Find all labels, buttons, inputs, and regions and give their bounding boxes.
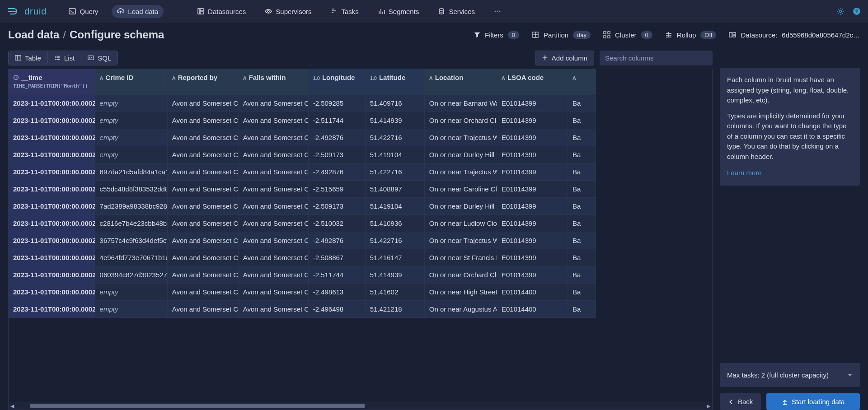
cell-loc: On or near Durley Hill <box>424 146 497 163</box>
add-column-label: Add column <box>552 54 587 62</box>
cell-lsoa: E01014399 <box>497 197 568 214</box>
cell-lsoa: E01014399 <box>497 180 568 197</box>
druid-logo-icon <box>7 6 21 16</box>
seg-sql[interactable]: SQL <box>81 51 118 65</box>
table-icon <box>15 55 21 61</box>
column-header-lat[interactable]: 1.0Latitude <box>365 69 424 94</box>
start-loading-button[interactable]: Start loading data <box>766 393 860 410</box>
logo[interactable]: druid <box>7 6 47 17</box>
cell-rep: Avon and Somerset Con <box>167 163 238 180</box>
cell-crime: 4e964fd773e70671b1dc <box>95 249 167 266</box>
scroll-thumb[interactable] <box>30 404 365 408</box>
help-panel: Each column in Druid must have an assign… <box>720 68 860 186</box>
cell-lon: -2.511744 <box>308 266 365 283</box>
cell-loc: On or near Ludlow Close <box>424 214 497 232</box>
cell-loc: On or near Orchard Clos <box>424 266 497 283</box>
seg-table[interactable]: Table <box>8 51 48 65</box>
table-row[interactable]: 2023-11-01T00:00:00.000Z7ad2389a98338bc9… <box>9 197 596 214</box>
column-header-lon[interactable]: 1.0Longitude <box>308 69 365 94</box>
cell-falls: Avon and Somerset Con <box>238 94 308 112</box>
column-header-falls[interactable]: AFalls within <box>238 69 308 94</box>
svg-rect-16 <box>608 36 610 38</box>
cell-extra: Ba <box>568 232 596 249</box>
svg-rect-20 <box>15 56 21 61</box>
nav-services[interactable]: Services <box>432 5 480 18</box>
cell-lon: -2.515659 <box>308 180 365 197</box>
chevron-down-icon <box>847 373 853 378</box>
cell-extra: Ba <box>568 129 596 146</box>
cell-lon: -2.496498 <box>308 300 365 317</box>
nav-segments[interactable]: Segments <box>372 5 425 18</box>
cell-loc: On or near Orchard Clos <box>424 112 497 129</box>
nav-load-data[interactable]: Load data <box>112 5 164 18</box>
nav-supervisors[interactable]: Supervisors <box>259 5 317 18</box>
add-column-button[interactable]: Add column <box>535 51 594 65</box>
column-header-extra[interactable]: A <box>568 69 596 94</box>
cell-lon: -2.508867 <box>308 249 365 266</box>
table-row[interactable]: 2023-11-01T00:00:00.000Zc55dc48d8f383532… <box>9 180 596 197</box>
back-label: Back <box>738 398 753 405</box>
table-row[interactable]: 2023-11-01T00:00:00.000ZemptyAvon and So… <box>9 283 596 300</box>
cell-time: 2023-11-01T00:00:00.000Z <box>9 300 95 317</box>
column-header-rep[interactable]: AReported by <box>167 69 238 94</box>
cell-extra: Ba <box>568 249 596 266</box>
learn-more-link[interactable]: Learn more <box>727 169 762 177</box>
filters-button[interactable]: Filters 0 <box>474 31 519 39</box>
table-row[interactable]: 2023-11-01T00:00:00.000ZemptyAvon and So… <box>9 112 596 129</box>
cell-lsoa: E01014399 <box>497 146 568 163</box>
datasource-label: Datasource: <box>741 31 777 39</box>
cell-loc: On or near Caroline Clos <box>424 180 497 197</box>
cell-extra: Ba <box>568 163 596 180</box>
cell-lsoa: E01014400 <box>497 300 568 317</box>
database-icon <box>438 8 445 15</box>
cell-lat: 51.422716 <box>365 129 424 146</box>
cell-rep: Avon and Somerset Con <box>167 300 238 317</box>
nav-tasks[interactable]: Tasks <box>325 5 364 18</box>
cell-crime: empty <box>95 94 167 112</box>
sql-icon <box>88 55 94 61</box>
svg-rect-1 <box>198 9 200 14</box>
help-icon[interactable]: ? <box>853 7 861 15</box>
cell-falls: Avon and Somerset Con <box>238 129 308 146</box>
horizontal-scrollbar[interactable]: ◀ ▶ <box>9 402 712 410</box>
seg-list[interactable]: List <box>47 51 81 65</box>
column-header-loc[interactable]: ALocation <box>424 69 497 94</box>
cluster-button[interactable]: Cluster 0 <box>603 31 652 39</box>
column-header-crime[interactable]: ACrime ID <box>95 69 167 94</box>
table-row[interactable]: 2023-11-01T00:00:00.000ZemptyAvon and So… <box>9 129 596 146</box>
table-row[interactable]: 2023-11-01T00:00:00.000ZemptyAvon and So… <box>9 94 596 112</box>
column-header-time[interactable]: __timeTIME_PARSE(TRIM("Month")) <box>9 69 95 94</box>
table-row[interactable]: 2023-11-01T00:00:00.000ZemptyAvon and So… <box>9 146 596 163</box>
table-row[interactable]: 2023-11-01T00:00:00.000Z36757c4c9f63d4de… <box>9 232 596 249</box>
nav-datasources[interactable]: Datasources <box>192 5 251 18</box>
cell-lon: -2.509285 <box>308 94 365 112</box>
eye-icon <box>265 8 272 15</box>
cell-lon: -2.509173 <box>308 197 365 214</box>
search-columns-input[interactable] <box>600 51 713 65</box>
cell-loc: On or near Barnard Wal <box>424 94 497 112</box>
scroll-left-icon[interactable]: ◀ <box>9 402 16 410</box>
scroll-right-icon[interactable]: ▶ <box>705 402 712 410</box>
svg-rect-15 <box>604 36 606 38</box>
partition-button[interactable]: Partition day <box>532 31 591 39</box>
column-header-lsoa[interactable]: ALSOA code <box>497 69 568 94</box>
gear-icon[interactable] <box>836 7 845 15</box>
nav-query[interactable]: Query <box>63 5 103 18</box>
table-row[interactable]: 2023-11-01T00:00:00.000Z4e964fd773e70671… <box>9 249 596 266</box>
nav-more[interactable] <box>488 5 507 18</box>
max-tasks-select[interactable]: Max tasks: 2 (full cluster capacity) <box>720 363 860 387</box>
rollup-button[interactable]: Rollup Off <box>665 31 717 39</box>
cell-time: 2023-11-01T00:00:00.000Z <box>9 146 95 163</box>
table-row[interactable]: 2023-11-01T00:00:00.000Z697da21d5afd84a1… <box>9 163 596 180</box>
back-button[interactable]: Back <box>720 393 761 410</box>
table-row[interactable]: 2023-11-01T00:00:00.000ZemptyAvon and So… <box>9 300 596 317</box>
cell-lon: -2.492876 <box>308 163 365 180</box>
table-row[interactable]: 2023-11-01T00:00:00.000Zc2816e7b4e23cbb4… <box>9 214 596 232</box>
cell-lat: 51.422716 <box>365 232 424 249</box>
datasource-value: 6d55968d0a805647d2c… <box>782 31 860 39</box>
cell-rep: Avon and Somerset Con <box>167 129 238 146</box>
cell-lon: -2.492876 <box>308 232 365 249</box>
datasource-button[interactable]: Datasource: 6d55968d0a805647d2c… <box>729 31 860 39</box>
table-row[interactable]: 2023-11-01T00:00:00.000Z060394c827d30235… <box>9 266 596 283</box>
cell-falls: Avon and Somerset Con <box>238 214 308 232</box>
